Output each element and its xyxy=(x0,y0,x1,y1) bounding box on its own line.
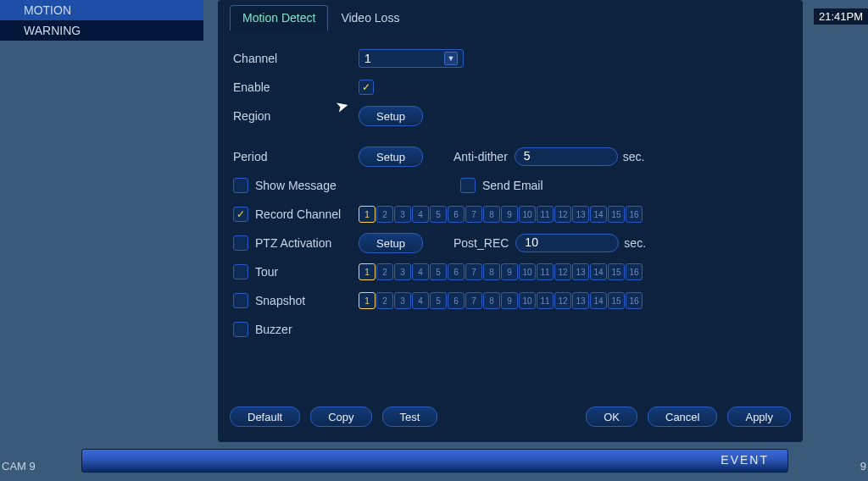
channel-cell-10[interactable]: 10 xyxy=(519,292,536,309)
channel-cell-9[interactable]: 9 xyxy=(501,206,518,223)
channel-cell-9[interactable]: 9 xyxy=(501,292,518,309)
channel-cell-14[interactable]: 14 xyxy=(590,292,607,309)
send-email-label: Send Email xyxy=(482,179,543,192)
tour-checkbox[interactable] xyxy=(233,264,248,279)
channel-cell-16[interactable]: 16 xyxy=(626,206,643,223)
channel-cell-11[interactable]: 11 xyxy=(537,292,554,309)
channel-cell-11[interactable]: 11 xyxy=(537,263,554,280)
settings-panel: Motion Detect Video Loss Channel 1 ▼ Ena… xyxy=(218,0,803,442)
channel-cell-13[interactable]: 13 xyxy=(572,206,589,223)
channel-cell-8[interactable]: 8 xyxy=(483,292,500,309)
channel-cell-15[interactable]: 15 xyxy=(608,263,625,280)
snapshot-strip[interactable]: 12345678910111213141516 xyxy=(359,292,643,309)
channel-label: Channel xyxy=(233,52,359,65)
region-setup-button[interactable]: Setup xyxy=(359,106,423,126)
bottom-right-number: 9 xyxy=(860,460,866,473)
channel-cell-7[interactable]: 7 xyxy=(465,263,482,280)
antidither-unit: sec. xyxy=(623,150,645,163)
camera-label: CAM 9 xyxy=(2,460,36,473)
channel-cell-13[interactable]: 13 xyxy=(572,263,589,280)
channel-cell-4[interactable]: 4 xyxy=(412,263,429,280)
apply-button[interactable]: Apply xyxy=(727,406,791,427)
channel-cell-12[interactable]: 12 xyxy=(554,206,571,223)
antidither-input[interactable]: 5 xyxy=(515,147,618,166)
channel-cell-4[interactable]: 4 xyxy=(412,292,429,309)
channel-cell-7[interactable]: 7 xyxy=(465,206,482,223)
sidebar-item-warning[interactable]: WARNING xyxy=(0,20,203,41)
clock-badge: 21:41PM xyxy=(814,8,868,25)
region-label: Region xyxy=(233,109,359,123)
tour-label: Tour xyxy=(255,265,278,279)
channel-cell-1[interactable]: 1 xyxy=(359,292,376,309)
channel-cell-5[interactable]: 5 xyxy=(430,206,447,223)
channel-cell-15[interactable]: 15 xyxy=(608,292,625,309)
channel-cell-1[interactable]: 1 xyxy=(359,206,376,223)
channel-cell-6[interactable]: 6 xyxy=(448,292,465,309)
channel-cell-12[interactable]: 12 xyxy=(554,263,571,280)
channel-cell-11[interactable]: 11 xyxy=(537,206,554,223)
channel-cell-6[interactable]: 6 xyxy=(448,263,465,280)
sidebar-item-motion[interactable]: MOTION xyxy=(0,0,203,20)
channel-cell-10[interactable]: 10 xyxy=(519,206,536,223)
ptz-activation-label: PTZ Activation xyxy=(255,236,331,250)
channel-cell-5[interactable]: 5 xyxy=(430,263,447,280)
tab-strip: Motion Detect Video Loss xyxy=(230,5,791,30)
channel-cell-9[interactable]: 9 xyxy=(501,263,518,280)
tab-video-loss[interactable]: Video Loss xyxy=(328,5,412,30)
antidither-label: Anti-dither xyxy=(453,150,508,163)
channel-cell-14[interactable]: 14 xyxy=(590,206,607,223)
channel-value: 1 xyxy=(364,52,371,65)
test-button[interactable]: Test xyxy=(382,406,438,427)
period-setup-button[interactable]: Setup xyxy=(359,147,423,167)
channel-cell-2[interactable]: 2 xyxy=(376,292,393,309)
chevron-down-icon: ▼ xyxy=(444,52,458,65)
channel-cell-8[interactable]: 8 xyxy=(483,263,500,280)
postrec-input[interactable]: 10 xyxy=(515,234,619,252)
record-channel-label: Record Channel xyxy=(255,207,341,221)
cancel-button[interactable]: Cancel xyxy=(648,406,717,427)
ptz-setup-button[interactable]: Setup xyxy=(359,233,423,253)
motion-detect-form: Channel 1 ▼ Enable Region Setup Period S… xyxy=(230,30,791,349)
copy-button[interactable]: Copy xyxy=(310,406,371,427)
channel-cell-3[interactable]: 3 xyxy=(394,206,411,223)
channel-cell-1[interactable]: 1 xyxy=(359,263,376,280)
status-event-label: EVENT xyxy=(721,453,769,467)
channel-cell-12[interactable]: 12 xyxy=(554,292,571,309)
channel-cell-5[interactable]: 5 xyxy=(430,292,447,309)
channel-cell-3[interactable]: 3 xyxy=(394,292,411,309)
sidebar: MOTION WARNING xyxy=(0,0,203,41)
channel-cell-16[interactable]: 16 xyxy=(626,292,643,309)
enable-checkbox[interactable] xyxy=(359,80,374,95)
postrec-unit: sec. xyxy=(624,236,646,250)
channel-cell-2[interactable]: 2 xyxy=(376,206,393,223)
action-buttons: Default Copy Test OK Cancel Apply xyxy=(230,406,791,427)
channel-cell-2[interactable]: 2 xyxy=(376,263,393,280)
default-button[interactable]: Default xyxy=(230,406,300,427)
tab-motion-detect[interactable]: Motion Detect xyxy=(230,5,328,30)
snapshot-checkbox[interactable] xyxy=(233,293,248,308)
channel-cell-7[interactable]: 7 xyxy=(465,292,482,309)
status-bar: EVENT xyxy=(81,449,788,473)
buzzer-label: Buzzer xyxy=(255,323,292,336)
buzzer-checkbox[interactable] xyxy=(233,322,248,337)
channel-cell-10[interactable]: 10 xyxy=(519,263,536,280)
channel-select[interactable]: 1 ▼ xyxy=(359,49,464,68)
ptz-activation-checkbox[interactable] xyxy=(233,235,248,251)
channel-cell-14[interactable]: 14 xyxy=(590,263,607,280)
channel-cell-3[interactable]: 3 xyxy=(394,263,411,280)
period-label: Period xyxy=(233,150,359,163)
channel-cell-15[interactable]: 15 xyxy=(608,206,625,223)
show-message-label: Show Message xyxy=(255,179,337,192)
show-message-checkbox[interactable] xyxy=(233,178,248,193)
send-email-checkbox[interactable] xyxy=(460,178,476,193)
channel-cell-16[interactable]: 16 xyxy=(626,263,643,280)
tour-strip[interactable]: 12345678910111213141516 xyxy=(359,263,643,280)
ok-button[interactable]: OK xyxy=(586,406,637,427)
postrec-label: Post_REC xyxy=(453,236,509,250)
record-channel-checkbox[interactable] xyxy=(233,207,248,222)
channel-cell-13[interactable]: 13 xyxy=(572,292,589,309)
channel-cell-4[interactable]: 4 xyxy=(412,206,429,223)
channel-cell-6[interactable]: 6 xyxy=(448,206,465,223)
record-channel-strip[interactable]: 12345678910111213141516 xyxy=(359,206,643,223)
channel-cell-8[interactable]: 8 xyxy=(483,206,500,223)
